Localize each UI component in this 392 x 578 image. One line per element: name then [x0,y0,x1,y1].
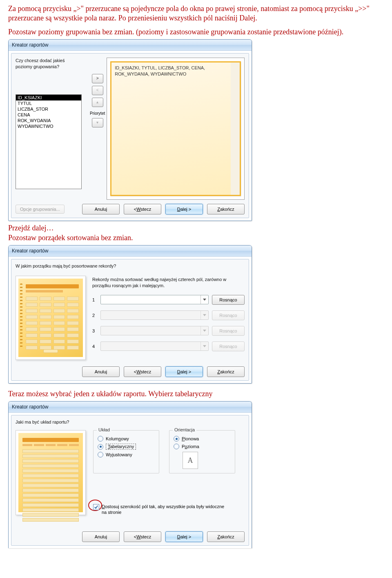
sort-thumbnail [16,276,86,360]
fields-listbox[interactable]: ID_KSIAZKI TYTUL LICZBA_STOR CENA ROK_WY… [16,94,82,189]
orientation-radio-portrait[interactable]: Pionowa [174,436,231,442]
list-item[interactable]: TYTUL [16,100,81,106]
finish-button[interactable]: Zakończ [207,366,245,377]
sort-row-number: 2 [92,313,97,318]
sort-order-2-button: Rosnąco [212,310,245,320]
list-item[interactable]: CENA [16,112,81,118]
back-button[interactable]: < Wstecz [124,366,161,377]
arrow-down-icon: ▾ [96,120,98,125]
radio-icon [98,444,103,450]
sort-field-3-combo[interactable] [100,326,209,335]
radio-icon [174,444,179,449]
orientation-group: Orientacja Pionowa Pozioma A [169,430,235,473]
dialog-titlebar[interactable]: Kreator raportów [9,245,252,257]
wizard-question: W jakim porządku mają być posortowane re… [16,263,245,268]
grouping-options-button[interactable]: Opcje grupowania... [16,205,65,214]
chevron-down-icon [203,314,206,316]
layout-group: Układ Kolumnowy Tabelaryczny Wyjustowany [93,430,159,473]
remove-grouping-button[interactable]: < [92,86,103,95]
sort-order-4-button: Rosnąco [212,341,245,351]
chevron-right-icon: > [96,76,99,80]
sort-row-number: 3 [92,328,97,333]
cancel-button[interactable]: Anuluj [82,366,120,377]
chevron-down-icon [203,330,206,332]
wizard-question: Czy chcesz dodać jakieś poziomy grupowan… [16,58,81,70]
add-grouping-button[interactable]: > [92,74,103,83]
next-button[interactable]: Dalej > [165,531,203,542]
list-item[interactable]: LICZBA_STOR [16,106,81,112]
dialog-titlebar[interactable]: Kreator raportów [9,402,252,413]
checkbox-icon [93,504,99,510]
instruction-paragraph-4: Teraz możesz wybrać jeden z układów rapo… [8,389,384,399]
wizard-dialog-sorting: Kreator raportów W jakim porządku mają b… [8,245,252,384]
sort-field-2-combo[interactable] [100,310,209,320]
preview-fields-line2: ROK_WYDANIA, WYDAWNICTWO [115,71,236,77]
preview-fields-line1: ID_KSIAZKI, TYTUL, LICZBA_STOR, CENA, [115,65,236,71]
priority-down-button[interactable]: ▾ [92,118,103,127]
layout-thumbnail [16,430,86,515]
arrow-up-icon: ▴ [96,100,98,104]
sort-row-number: 4 [92,344,97,349]
fit-width-checkbox[interactable]: Dostosuj szerokość pól tak, aby wszystki… [93,504,228,516]
grouping-preview: ID_KSIAZKI, TYTUL, LICZBA_STOR, CENA, RO… [107,58,245,200]
orientation-radio-landscape[interactable]: Pozioma [174,444,231,449]
sort-order-1-button[interactable]: Rosnąco [212,295,245,305]
back-button[interactable]: < Wstecz [124,531,161,542]
radio-icon [98,452,103,457]
dialog-title: Kreator raportów [12,248,48,254]
radio-icon [174,436,179,442]
chevron-left-icon: < [96,88,99,92]
finish-button[interactable]: Zakończ [207,531,245,542]
layout-radio-columnar[interactable]: Kolumnowy [98,436,155,442]
instruction-paragraph-3a: Przejdź dalej… [8,223,384,233]
layout-radio-justified[interactable]: Wyjustowany [98,452,155,457]
dialog-titlebar[interactable]: Kreator raportów [9,40,252,51]
wizard-question: Jaki ma być układ raportu? [16,420,245,424]
chevron-down-icon [203,299,206,301]
wizard-dialog-layout: Kreator raportów Jaki ma być układ rapor… [8,401,252,548]
instruction-paragraph-3b: Pozostaw porządek sortowania bez zmian. [8,233,384,243]
next-button[interactable]: Dalej > [165,204,203,214]
group-label: Układ [97,427,111,432]
cancel-button[interactable]: Anuluj [82,531,120,542]
finish-button[interactable]: Zakończ [207,204,245,214]
sort-row-number: 1 [92,297,97,302]
instruction-paragraph-2: Pozostaw poziomy grupowania bez zmian. (… [8,27,384,37]
dialog-title: Kreator raportów [12,42,48,48]
list-item[interactable]: ID_KSIAZKI [16,95,81,100]
sort-field-4-combo[interactable] [100,341,209,351]
chevron-down-icon [203,345,206,347]
dialog-title: Kreator raportów [12,404,48,410]
layout-radio-tabular[interactable]: Tabelaryczny [98,444,155,450]
priority-up-button[interactable]: ▴ [92,98,103,107]
orientation-preview-icon: A [183,452,198,469]
radio-icon [98,436,103,442]
wizard-dialog-grouping: Kreator raportów Czy chcesz dodać jakieś… [8,39,252,221]
group-label: Orientacja [173,427,196,432]
next-button[interactable]: Dalej > [165,366,203,377]
cancel-button[interactable]: Anuluj [82,204,120,214]
list-item[interactable]: WYDAWNICTWO [16,123,81,129]
back-button[interactable]: < Wstecz [124,204,161,214]
instruction-paragraph-1: Za pomocą przycisku „>" przerzucane są p… [8,4,384,23]
sort-description: Rekordy można sortować według najwyżej c… [92,277,245,289]
sort-field-1-combo[interactable] [100,295,209,304]
sort-order-3-button: Rosnąco [212,326,245,336]
priority-label: Priorytet [90,111,105,116]
list-item[interactable]: ROK_WYDANIA [16,118,81,123]
